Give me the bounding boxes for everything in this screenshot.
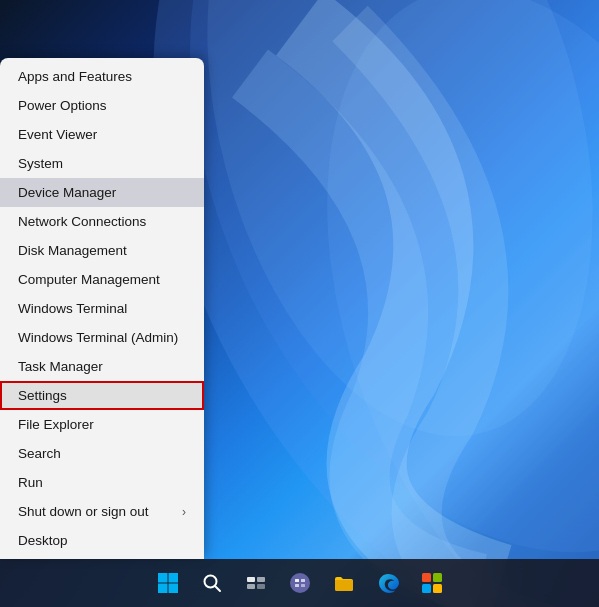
edge-button[interactable] (368, 563, 408, 603)
taskbar-icon-group (148, 563, 452, 603)
menu-item-file-explorer[interactable]: File Explorer (0, 410, 204, 439)
svg-rect-4 (158, 573, 168, 583)
file-explorer-button[interactable] (324, 563, 364, 603)
svg-rect-5 (168, 573, 178, 583)
menu-item-event-viewer[interactable]: Event Viewer (0, 120, 204, 149)
widgets-icon (289, 572, 311, 594)
svg-rect-6 (158, 584, 168, 594)
menu-item-system[interactable]: System (0, 149, 204, 178)
svg-point-14 (290, 573, 310, 593)
menu-item-power-options[interactable]: Power Options (0, 91, 204, 120)
svg-line-9 (215, 586, 220, 591)
task-view-button[interactable] (236, 563, 276, 603)
menu-item-disk-management[interactable]: Disk Management (0, 236, 204, 265)
svg-rect-21 (422, 584, 431, 593)
submenu-arrow-icon: › (182, 505, 186, 519)
menu-item-shut-down[interactable]: Shut down or sign out › (0, 497, 204, 526)
svg-rect-16 (301, 579, 305, 582)
svg-rect-11 (257, 577, 265, 582)
svg-rect-19 (422, 573, 431, 582)
svg-point-2 (242, 0, 599, 607)
file-explorer-icon (333, 572, 355, 594)
svg-rect-10 (247, 577, 255, 582)
context-menu: Apps and Features Power Options Event Vi… (0, 58, 204, 559)
menu-item-settings[interactable]: Settings (0, 381, 204, 410)
search-taskbar-icon (202, 573, 222, 593)
svg-point-3 (143, 0, 599, 479)
menu-item-desktop[interactable]: Desktop (0, 526, 204, 555)
windows-logo-icon (157, 572, 179, 594)
menu-item-device-manager[interactable]: Device Manager (0, 178, 204, 207)
store-button[interactable] (412, 563, 452, 603)
svg-rect-12 (247, 584, 255, 589)
svg-rect-15 (295, 579, 299, 582)
search-taskbar-button[interactable] (192, 563, 232, 603)
svg-rect-7 (168, 584, 178, 594)
menu-item-windows-terminal-admin[interactable]: Windows Terminal (Admin) (0, 323, 204, 352)
menu-item-computer-management[interactable]: Computer Management (0, 265, 204, 294)
task-view-icon (246, 573, 266, 593)
menu-item-windows-terminal[interactable]: Windows Terminal (0, 294, 204, 323)
svg-rect-20 (433, 573, 442, 582)
menu-item-search[interactable]: Search (0, 439, 204, 468)
menu-item-task-manager[interactable]: Task Manager (0, 352, 204, 381)
svg-rect-22 (433, 584, 442, 593)
taskbar (0, 559, 599, 607)
svg-rect-17 (295, 584, 299, 587)
menu-item-run[interactable]: Run (0, 468, 204, 497)
svg-rect-13 (257, 584, 265, 589)
edge-icon (377, 572, 399, 594)
desktop: Apps and Features Power Options Event Vi… (0, 0, 599, 607)
menu-item-network-connections[interactable]: Network Connections (0, 207, 204, 236)
svg-rect-18 (301, 584, 305, 587)
widgets-button[interactable] (280, 563, 320, 603)
store-icon (421, 572, 443, 594)
start-button[interactable] (148, 563, 188, 603)
menu-item-apps-features[interactable]: Apps and Features (0, 62, 204, 91)
